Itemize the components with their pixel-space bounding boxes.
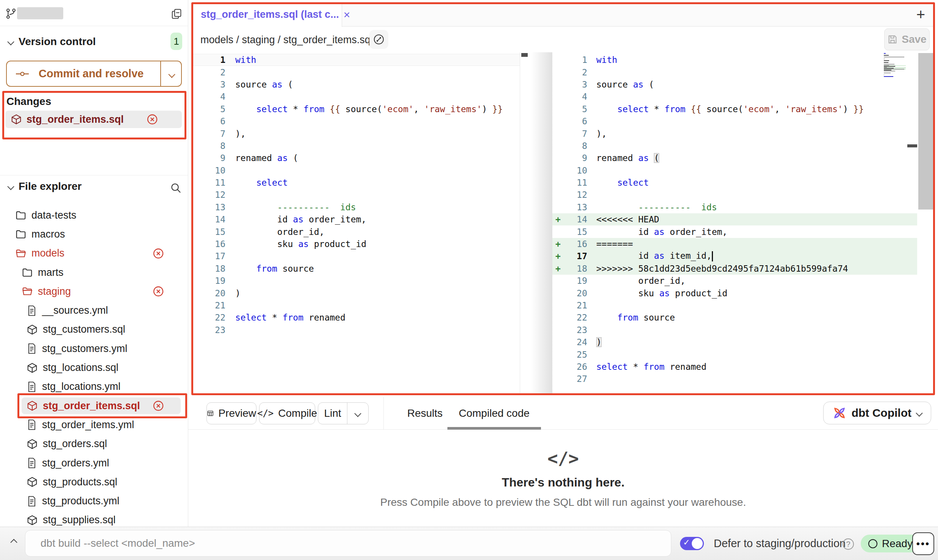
command-input[interactable]: dbt build --select <model_name> [25,530,671,557]
search-icon[interactable] [170,182,182,194]
code-line[interactable]: 13 ---------- ids [191,201,520,213]
code-line[interactable]: 20) [191,287,520,299]
file-tree-item-stg-locations-yml[interactable]: stg_locations.yml [0,377,188,396]
code-line[interactable]: 27 [552,373,917,385]
new-tab-plus-icon[interactable]: + [916,7,925,22]
expand-command-panel-icon[interactable] [10,539,17,546]
tab-close-icon[interactable]: × [344,9,350,20]
code-line[interactable]: 24) [552,336,917,348]
code-line[interactable]: +18>>>>>>> 58c1dd23d5eebd9cd2495fa7124ab… [552,263,917,275]
discard-x-circle-icon[interactable] [152,400,164,412]
code-line[interactable]: 23 [191,324,520,336]
version-control-header[interactable]: Version control [0,32,188,52]
code-pane-left[interactable]: 1with23source as (45 select * from {{ so… [191,52,520,395]
more-options-button[interactable]: ••• [912,532,934,555]
file-tree-item-marts[interactable]: marts [0,263,188,282]
discard-x-circle-icon[interactable] [152,285,164,297]
code-line[interactable]: 11 select [191,177,520,189]
code-line[interactable]: 6 [552,115,917,127]
scrollbar-thumb[interactable] [521,53,528,57]
discard-x-circle-icon[interactable] [152,247,164,260]
code-line[interactable]: 3source as ( [552,78,917,91]
code-line[interactable]: 13 ---------- ids [552,201,917,213]
code-line[interactable]: 18 from source [191,263,520,275]
code-line[interactable]: 21 [191,299,520,311]
tab-compiled-code[interactable]: Compiled code [456,397,532,430]
changes-file-row[interactable]: stg_order_items.sql [5,111,182,128]
code-line[interactable]: 5 select * from {{ source('ecom', 'raw_i… [552,103,917,115]
code-line[interactable]: 16 sku as product_id [191,238,520,250]
file-tree-item-stg-order-items-sql[interactable]: stg_order_items.sql [0,396,188,415]
lint-button[interactable]: Lint [318,403,347,424]
tab-results[interactable]: Results [405,397,445,430]
file-tree-item-stg-customers-sql[interactable]: stg_customers.sql [0,320,188,339]
file-tree-item-staging[interactable]: staging [0,282,188,301]
code-line[interactable]: 15 id as order_item, [552,225,917,238]
file-tree-item-stg-products-sql[interactable]: stg_products.sql [0,472,188,491]
code-line[interactable]: 26select * from renamed [552,361,917,373]
code-line[interactable]: 25 [552,348,917,360]
compile-button[interactable]: </> Compile [259,402,315,424]
code-line[interactable]: 3source as ( [191,78,520,91]
code-line[interactable]: +14<<<<<<< HEAD [552,213,917,225]
left-pane-scrollbar[interactable] [520,52,528,395]
code-line[interactable]: +17 id as item_id, [552,250,917,262]
file-tree-item-models[interactable]: models [0,244,188,263]
code-line[interactable]: 4 [552,91,917,103]
ready-status-badge[interactable]: Ready [861,535,920,552]
file-explorer-header[interactable]: File explorer [0,177,188,196]
code-line[interactable]: 8 [191,140,520,152]
tab-stg-order-items[interactable]: stg_order_items.sql (last c... × [192,2,342,27]
code-line[interactable]: 2 [552,66,917,78]
code-line[interactable]: 7), [552,127,917,139]
defer-toggle[interactable]: ✓ [680,537,704,550]
code-line[interactable]: 12 [191,189,520,201]
code-line[interactable]: 6 [191,115,520,127]
code-line[interactable]: 9renamed as ( [191,152,520,164]
code-line[interactable]: +16======= [552,238,917,250]
file-tree-item-stg-products-yml[interactable]: stg_products.yml [0,491,188,510]
code-line[interactable]: 5 select * from {{ source('ecom', 'raw_i… [191,103,520,115]
file-tree-item-stg-customers-yml[interactable]: stg_customers.yml [0,339,188,358]
code-line[interactable]: 8 [552,140,917,152]
code-line[interactable]: 20 sku as product_id [552,287,917,299]
commit-and-resolve-button[interactable]: Commit and resolve [6,61,182,87]
lineage-button[interactable] [369,30,388,49]
code-line[interactable]: 10 [191,164,520,177]
preview-button[interactable]: Preview [206,402,256,424]
code-line[interactable]: 22select * from renamed [191,311,520,324]
file-tree-item--sources-yml[interactable]: __sources.yml [0,301,188,320]
lint-dropdown[interactable] [347,403,368,424]
discard-x-circle-icon[interactable] [146,113,158,125]
code-line[interactable]: 17 [191,250,520,262]
copy-icon[interactable] [171,8,182,19]
help-icon[interactable]: ? [843,538,854,550]
right-pane-scrollbar[interactable] [917,52,935,395]
code-line[interactable]: 11 select [552,177,917,189]
file-tree-item-stg-locations-sql[interactable]: stg_locations.sql [0,358,188,377]
code-line[interactable]: 9renamed as ( [552,152,917,164]
code-line[interactable]: 23 [552,324,917,336]
dbt-copilot-button[interactable]: dbt Copilot [823,402,931,424]
code-line[interactable]: 4 [191,91,520,103]
code-line[interactable]: 14 id as order_item, [191,213,520,225]
minimap[interactable] [884,53,906,76]
file-tree-item-stg-orders-yml[interactable]: stg_orders.yml [0,454,188,472]
code-line[interactable]: 19 order_id, [552,275,917,287]
save-button[interactable]: Save [884,28,930,50]
code-line[interactable]: 1with [552,54,917,66]
code-line[interactable]: 2 [191,66,520,78]
code-line[interactable]: 10 [552,164,917,177]
commit-dropdown-chevron-icon[interactable] [168,71,175,78]
file-tree-item-data-tests[interactable]: data-tests [0,206,188,225]
code-line[interactable]: 15 order_id, [191,225,520,238]
code-line[interactable]: 21 [552,299,917,311]
scrollbar-thumb[interactable] [918,53,934,210]
code-line[interactable]: 19 [191,275,520,287]
file-tree-item-stg-order-items-yml[interactable]: stg_order_items.yml [0,415,188,434]
code-pane-right[interactable]: 1with23source as (45 select * from {{ so… [552,52,917,395]
code-line[interactable]: 22 from source [552,311,917,324]
file-tree-item-stg-orders-sql[interactable]: stg_orders.sql [0,435,188,454]
code-line[interactable]: 7), [191,127,520,139]
file-tree-item-macros[interactable]: macros [0,225,188,244]
